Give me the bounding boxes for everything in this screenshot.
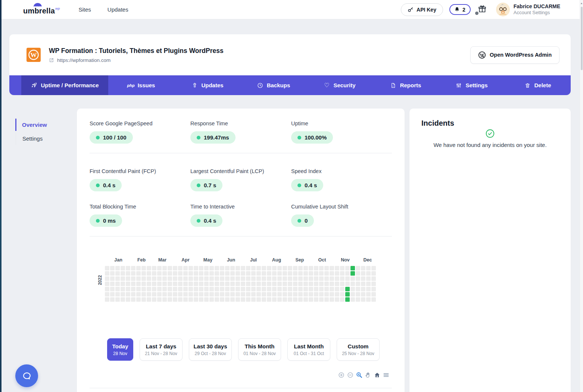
heatmap-cell [330, 282, 334, 286]
heatmap-cell [277, 287, 282, 291]
heatmap-cell [141, 287, 146, 291]
tab-delete[interactable]: Delete [505, 75, 571, 95]
metric-lcp: Largest Contentful Paint (LCP) 0.7 s [190, 168, 291, 191]
heatmap-cell [345, 266, 350, 270]
heatmap-cell [246, 287, 250, 291]
heatmap-cell [152, 282, 156, 286]
heatmap-cell [178, 282, 183, 286]
heatmap-cell [356, 292, 360, 297]
heatmap-cell [183, 266, 188, 270]
support-chat-button[interactable] [15, 364, 38, 387]
range-custom-button[interactable]: Custom 25 Nov - 28 Nov [337, 338, 380, 361]
box-zoom-icon[interactable] [356, 371, 363, 379]
heatmap-cell [236, 271, 240, 276]
range-today-button[interactable]: Today 28 Nov [107, 338, 133, 361]
heatmap-cell [350, 297, 355, 302]
heatmap-cell [262, 297, 266, 302]
sidebar-item-overview[interactable]: Overview [15, 119, 75, 131]
heatmap-cell [366, 271, 371, 276]
heatmap-cell [277, 266, 282, 270]
heatmap-cell [178, 276, 183, 281]
heatmap-cell [361, 266, 365, 270]
api-key-button[interactable]: API Key [401, 3, 443, 16]
tab-uptime-performance[interactable]: Uptime / Performance [21, 75, 108, 95]
tab-backups[interactable]: Backups [240, 75, 306, 95]
scrollbar-thumb[interactable] [581, 7, 583, 70]
heatmap-cell [152, 276, 156, 281]
heatmap-cell [209, 271, 214, 276]
heatmap-cell [345, 276, 350, 281]
sidebar-item-settings[interactable]: Settings [16, 132, 75, 145]
metric-value: 100.00% [305, 134, 327, 141]
heatmap-cell [157, 282, 162, 286]
heatmap-cell [314, 266, 318, 270]
tab-security[interactable]: ♡ Security [306, 75, 372, 95]
heatmap-cell [350, 292, 355, 297]
heatmap-cell [330, 292, 334, 297]
heatmap-cell [236, 297, 240, 302]
heatmap-cell [215, 297, 219, 302]
heatmap-month-label: Oct [318, 257, 326, 263]
metric-value-pill: 199.47ms [190, 131, 236, 144]
range-last-month-button[interactable]: Last Month 01 Oct - 31 Oct [287, 338, 330, 361]
heatmap-cell [147, 276, 151, 281]
tab-label: Issues [138, 82, 155, 88]
heatmap-cell [324, 292, 329, 297]
heatmap-cell [324, 266, 329, 270]
heatmap-month-label: Apr [181, 257, 190, 263]
account-settings-label: Account Settings [514, 10, 560, 16]
tab-issues[interactable]: php Issues [108, 75, 174, 95]
notifications-button[interactable]: 2 [449, 4, 471, 15]
divider [90, 388, 392, 388]
pan-hand-icon[interactable] [365, 371, 372, 379]
umbrella-logo[interactable]: umbrella wp [23, 2, 60, 17]
zoom-out-icon[interactable] [347, 371, 354, 379]
heatmap-cell [121, 292, 125, 297]
heatmap-cell [199, 266, 203, 270]
heatmap-cell [340, 292, 344, 297]
nav-link-updates[interactable]: Updates [107, 6, 128, 13]
top-navbar: umbrella wp Sites Updates API Key 2 [1, 0, 580, 19]
scrollbar-up-arrow-icon[interactable]: ▲ [580, 0, 583, 4]
heatmap-cell [283, 292, 287, 297]
zoom-in-icon[interactable] [338, 371, 345, 379]
range-last-7-days-button[interactable]: Last 7 days 21 Nov - 28 Nov [140, 338, 183, 361]
account-menu[interactable]: Fabrice DUCARME Account Settings [496, 3, 560, 16]
heatmap-cell [105, 271, 109, 276]
scrollbar[interactable]: ▲ [580, 0, 583, 392]
tab-settings[interactable]: Settings [439, 75, 505, 95]
heatmap-cell [230, 297, 235, 302]
heatmap-month-label: Dec [364, 257, 372, 263]
nav-link-sites[interactable]: Sites [78, 6, 91, 13]
open-wordpress-admin-button[interactable]: Open WordPress Admin [470, 46, 559, 64]
tab-label: Security [333, 82, 355, 88]
heatmap-month-label: Aug [272, 257, 281, 263]
heatmap-month-label: Feb [137, 257, 146, 263]
tab-reports[interactable]: Reports [372, 75, 439, 95]
metric-tti: Time to Interactive 0.4 s [190, 204, 291, 227]
heatmap-cell [162, 297, 167, 302]
range-this-month-button[interactable]: This Month 01 Nov - 28 Nov [238, 338, 281, 361]
heatmap-cell [288, 271, 292, 276]
site-url-link[interactable]: https://wpformation.com [57, 57, 110, 63]
heatmap-cell [168, 271, 172, 276]
reset-home-icon[interactable] [374, 371, 381, 379]
heatmap-cell [188, 271, 193, 276]
heatmap-cell [236, 292, 240, 297]
heatmap-cell [314, 282, 318, 286]
heatmap-cell [330, 287, 334, 291]
heatmap-cell [183, 297, 188, 302]
heatmap-month-labels: JanFebMarAprMayJunJulAugSepOctNovDec [105, 257, 376, 265]
key-icon [408, 7, 414, 13]
heatmap-cell [371, 276, 376, 281]
heatmap-cell [293, 292, 297, 297]
range-last-30-days-button[interactable]: Last 30 days 29 Oct - 28 Nov [189, 338, 232, 361]
menu-icon[interactable] [383, 371, 390, 379]
heatmap-cell [168, 297, 172, 302]
gift-button[interactable] [478, 4, 487, 15]
tab-updates[interactable]: ⇧ Updates [174, 75, 240, 95]
heatmap-cell [350, 282, 355, 286]
metric-value: 0 [305, 217, 308, 224]
heatmap-cell [293, 266, 297, 270]
metric-label: Response Time [190, 120, 291, 126]
